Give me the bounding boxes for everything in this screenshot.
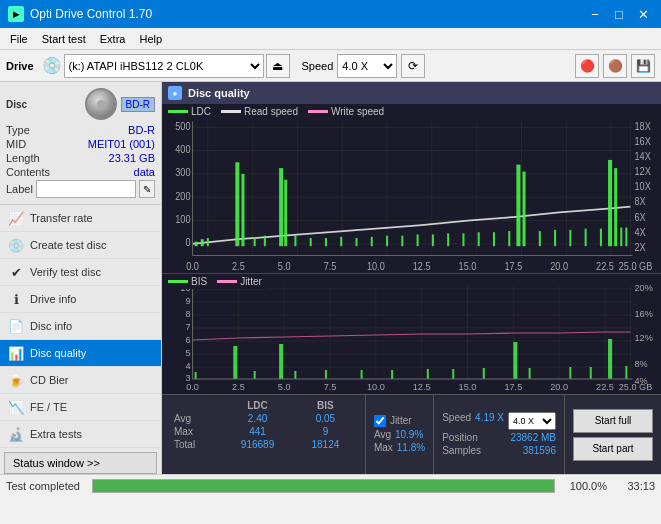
- maximize-button[interactable]: □: [609, 4, 629, 24]
- speed-select[interactable]: 4.0 X Max 2.0 X 1.0 X: [337, 54, 397, 78]
- disc-length-value: 23.31 GB: [109, 152, 155, 164]
- svg-rect-75: [600, 229, 602, 246]
- svg-rect-73: [569, 230, 571, 246]
- position-val: 23862 MB: [510, 432, 556, 443]
- svg-text:7.5: 7.5: [324, 382, 337, 392]
- close-button[interactable]: ✕: [633, 4, 653, 24]
- start-full-button[interactable]: Start full: [573, 409, 653, 433]
- svg-rect-76: [608, 160, 612, 246]
- disc-quality-icon: 📊: [8, 345, 24, 361]
- menu-help[interactable]: Help: [133, 31, 168, 47]
- sidebar-item-create-test-disc[interactable]: 💿 Create test disc: [0, 232, 161, 259]
- menu-file[interactable]: File: [4, 31, 34, 47]
- svg-rect-65: [462, 233, 464, 246]
- sidebar-item-transfer-rate[interactable]: 📈 Transfer rate: [0, 205, 161, 232]
- speed-icon-button[interactable]: ⟳: [401, 54, 425, 78]
- svg-text:100: 100: [175, 213, 191, 225]
- stats-total-ldc: 916689: [221, 438, 294, 451]
- disc-row-length: Length 23.31 GB: [6, 152, 155, 164]
- status-window-button[interactable]: Status window >>: [4, 452, 157, 474]
- btn-section: Start full Start part: [564, 395, 661, 474]
- disc-type-label: Type: [6, 124, 30, 136]
- main-area: Disc BD-R Type BD-R MID MEIT01 (001) Len…: [0, 82, 661, 474]
- legend-write-speed: Write speed: [308, 106, 384, 117]
- svg-text:20%: 20%: [635, 283, 653, 293]
- stats-col-ldc: LDC: [221, 399, 294, 412]
- svg-text:8%: 8%: [635, 359, 648, 369]
- sidebar-item-verify-test-disc[interactable]: ✔ Verify test disc: [0, 259, 161, 286]
- sidebar-item-disc-quality[interactable]: 📊 Disc quality: [0, 340, 161, 367]
- toolbar-btn-save[interactable]: 💾: [631, 54, 655, 78]
- svg-text:20.0: 20.0: [550, 260, 568, 272]
- verify-test-disc-icon: ✔: [8, 264, 24, 280]
- sidebar-item-cd-bier[interactable]: 🍺 CD Bier: [0, 367, 161, 394]
- svg-text:5.0: 5.0: [278, 260, 291, 272]
- sidebar-item-label: Transfer rate: [30, 212, 93, 224]
- svg-text:16X: 16X: [635, 135, 652, 147]
- jitter-avg-row: Avg 10.9%: [374, 429, 425, 440]
- sidebar-item-label: Disc quality: [30, 347, 86, 359]
- cd-bier-icon: 🍺: [8, 372, 24, 388]
- menu-bar: File Start test Extra Help: [0, 28, 661, 50]
- speed-key: Speed: [442, 412, 471, 430]
- speed-dropdown[interactable]: 4.0 X Max: [508, 412, 556, 430]
- toolbar-btn-1[interactable]: 🔴: [575, 54, 599, 78]
- disc-mid-value: MEIT01 (001): [88, 138, 155, 150]
- svg-rect-66: [478, 232, 480, 246]
- svg-rect-70: [508, 231, 510, 246]
- start-part-button[interactable]: Start part: [573, 437, 653, 461]
- svg-rect-47: [207, 238, 209, 246]
- label-edit-button[interactable]: ✎: [139, 180, 155, 198]
- stats-row-total: Total 916689 18124: [170, 438, 357, 451]
- svg-rect-53: [264, 236, 266, 246]
- disc-info-panel: Disc BD-R Type BD-R MID MEIT01 (001) Len…: [0, 82, 161, 205]
- minimize-button[interactable]: −: [585, 4, 605, 24]
- sidebar-item-label: CD Bier: [30, 374, 69, 386]
- toolbar-btn-2[interactable]: 🟤: [603, 54, 627, 78]
- legend-bis-color: [168, 280, 188, 283]
- stats-total-label: Total: [170, 438, 221, 451]
- sidebar-item-drive-info[interactable]: ℹ Drive info: [0, 286, 161, 313]
- stats-row-avg: Avg 2.40 0.05: [170, 412, 357, 425]
- transfer-rate-icon: 📈: [8, 210, 24, 226]
- svg-text:6: 6: [185, 335, 190, 345]
- progress-bar-fill: [93, 480, 554, 492]
- eject-button[interactable]: ⏏: [266, 54, 290, 78]
- menu-extra[interactable]: Extra: [94, 31, 132, 47]
- disc-info-icon: 📄: [8, 318, 24, 334]
- jitter-avg-value: 10.9%: [395, 429, 423, 440]
- stats-row-max: Max 441 9: [170, 425, 357, 438]
- svg-text:2.5: 2.5: [232, 382, 245, 392]
- create-test-disc-icon: 💿: [8, 237, 24, 253]
- svg-rect-135: [391, 370, 393, 379]
- svg-rect-140: [569, 367, 571, 379]
- legend-read-speed: Read speed: [221, 106, 298, 117]
- stats-max-bis: 9: [294, 425, 357, 438]
- legend-bis: BIS: [168, 276, 207, 287]
- sidebar: Disc BD-R Type BD-R MID MEIT01 (001) Len…: [0, 82, 162, 474]
- svg-text:6X: 6X: [635, 211, 647, 223]
- svg-text:17.5: 17.5: [504, 260, 522, 272]
- jitter-max-label: Max: [374, 442, 393, 453]
- jitter-checkbox[interactable]: [374, 415, 386, 427]
- drive-info-icon: ℹ: [8, 291, 24, 307]
- status-percent: 100.0%: [567, 480, 607, 492]
- legend-read-speed-label: Read speed: [244, 106, 298, 117]
- sidebar-item-disc-info[interactable]: 📄 Disc info: [0, 313, 161, 340]
- svg-text:15.0: 15.0: [459, 382, 477, 392]
- disc-type-value: BD-R: [128, 124, 155, 136]
- svg-rect-64: [447, 233, 449, 246]
- menu-start-test[interactable]: Start test: [36, 31, 92, 47]
- svg-text:0.0: 0.0: [186, 382, 199, 392]
- app-icon: ▶: [8, 6, 24, 22]
- svg-rect-139: [529, 368, 531, 379]
- svg-rect-55: [310, 238, 312, 246]
- svg-text:10.0: 10.0: [367, 260, 385, 272]
- svg-rect-67: [516, 165, 520, 247]
- sidebar-item-fe-te[interactable]: 📉 FE / TE: [0, 394, 161, 421]
- disc-label-input[interactable]: [36, 180, 136, 198]
- disc-contents-label: Contents: [6, 166, 50, 178]
- drive-select[interactable]: (k:) ATAPI iHBS112 2 CL0K: [64, 54, 264, 78]
- sidebar-item-extra-tests[interactable]: 🔬 Extra tests: [0, 421, 161, 448]
- legend-jitter-color: [217, 280, 237, 283]
